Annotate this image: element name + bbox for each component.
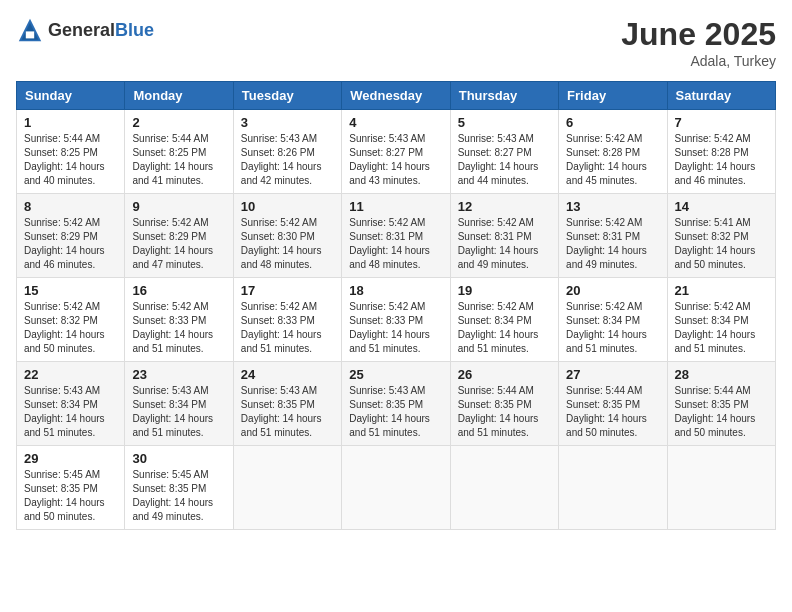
- sunset-label: Sunset: 8:34 PM: [458, 315, 532, 326]
- calendar-week-row: 1Sunrise: 5:44 AMSunset: 8:25 PMDaylight…: [17, 110, 776, 194]
- daylight-label: Daylight: 14 hours and 50 minutes.: [675, 245, 756, 270]
- cell-info: Sunrise: 5:42 AMSunset: 8:33 PMDaylight:…: [132, 300, 225, 356]
- table-row: 14Sunrise: 5:41 AMSunset: 8:32 PMDayligh…: [667, 194, 775, 278]
- sunrise-label: Sunrise: 5:43 AM: [458, 133, 534, 144]
- table-row: 24Sunrise: 5:43 AMSunset: 8:35 PMDayligh…: [233, 362, 341, 446]
- generalblue-logo-icon: [16, 16, 44, 44]
- sunset-label: Sunset: 8:35 PM: [24, 483, 98, 494]
- table-row: 27Sunrise: 5:44 AMSunset: 8:35 PMDayligh…: [559, 362, 667, 446]
- cell-info: Sunrise: 5:43 AMSunset: 8:27 PMDaylight:…: [458, 132, 551, 188]
- cell-info: Sunrise: 5:43 AMSunset: 8:27 PMDaylight:…: [349, 132, 442, 188]
- sunrise-label: Sunrise: 5:43 AM: [349, 385, 425, 396]
- sunset-label: Sunset: 8:34 PM: [566, 315, 640, 326]
- table-row: 5Sunrise: 5:43 AMSunset: 8:27 PMDaylight…: [450, 110, 558, 194]
- sunrise-label: Sunrise: 5:43 AM: [241, 133, 317, 144]
- sunrise-label: Sunrise: 5:42 AM: [132, 301, 208, 312]
- cell-info: Sunrise: 5:42 AMSunset: 8:34 PMDaylight:…: [566, 300, 659, 356]
- table-row: 1Sunrise: 5:44 AMSunset: 8:25 PMDaylight…: [17, 110, 125, 194]
- day-number: 3: [241, 115, 334, 130]
- day-number: 30: [132, 451, 225, 466]
- sunrise-label: Sunrise: 5:42 AM: [24, 217, 100, 228]
- sunset-label: Sunset: 8:35 PM: [458, 399, 532, 410]
- daylight-label: Daylight: 14 hours and 51 minutes.: [458, 329, 539, 354]
- day-number: 19: [458, 283, 551, 298]
- calendar-week-row: 8Sunrise: 5:42 AMSunset: 8:29 PMDaylight…: [17, 194, 776, 278]
- cell-info: Sunrise: 5:42 AMSunset: 8:33 PMDaylight:…: [349, 300, 442, 356]
- table-row: 26Sunrise: 5:44 AMSunset: 8:35 PMDayligh…: [450, 362, 558, 446]
- logo-general: General: [48, 20, 115, 40]
- cell-info: Sunrise: 5:44 AMSunset: 8:35 PMDaylight:…: [458, 384, 551, 440]
- day-number: 14: [675, 199, 768, 214]
- day-number: 23: [132, 367, 225, 382]
- sunset-label: Sunset: 8:33 PM: [241, 315, 315, 326]
- sunset-label: Sunset: 8:35 PM: [349, 399, 423, 410]
- calendar-week-row: 29Sunrise: 5:45 AMSunset: 8:35 PMDayligh…: [17, 446, 776, 530]
- sunset-label: Sunset: 8:32 PM: [24, 315, 98, 326]
- cell-info: Sunrise: 5:43 AMSunset: 8:35 PMDaylight:…: [241, 384, 334, 440]
- sunrise-label: Sunrise: 5:42 AM: [675, 133, 751, 144]
- sunset-label: Sunset: 8:33 PM: [132, 315, 206, 326]
- sunset-label: Sunset: 8:28 PM: [566, 147, 640, 158]
- daylight-label: Daylight: 14 hours and 51 minutes.: [349, 329, 430, 354]
- col-wednesday: Wednesday: [342, 82, 450, 110]
- cell-info: Sunrise: 5:42 AMSunset: 8:28 PMDaylight:…: [566, 132, 659, 188]
- day-number: 20: [566, 283, 659, 298]
- table-row: 21Sunrise: 5:42 AMSunset: 8:34 PMDayligh…: [667, 278, 775, 362]
- daylight-label: Daylight: 14 hours and 51 minutes.: [241, 413, 322, 438]
- daylight-label: Daylight: 14 hours and 42 minutes.: [241, 161, 322, 186]
- daylight-label: Daylight: 14 hours and 47 minutes.: [132, 245, 213, 270]
- sunrise-label: Sunrise: 5:42 AM: [566, 301, 642, 312]
- table-row: 4Sunrise: 5:43 AMSunset: 8:27 PMDaylight…: [342, 110, 450, 194]
- table-row: 11Sunrise: 5:42 AMSunset: 8:31 PMDayligh…: [342, 194, 450, 278]
- table-row: 16Sunrise: 5:42 AMSunset: 8:33 PMDayligh…: [125, 278, 233, 362]
- table-row: 13Sunrise: 5:42 AMSunset: 8:31 PMDayligh…: [559, 194, 667, 278]
- sunrise-label: Sunrise: 5:44 AM: [132, 133, 208, 144]
- daylight-label: Daylight: 14 hours and 50 minutes.: [24, 329, 105, 354]
- month-year-title: June 2025: [621, 16, 776, 53]
- cell-info: Sunrise: 5:42 AMSunset: 8:33 PMDaylight:…: [241, 300, 334, 356]
- sunset-label: Sunset: 8:27 PM: [349, 147, 423, 158]
- table-row: 8Sunrise: 5:42 AMSunset: 8:29 PMDaylight…: [17, 194, 125, 278]
- sunset-label: Sunset: 8:34 PM: [675, 315, 749, 326]
- day-number: 16: [132, 283, 225, 298]
- sunset-label: Sunset: 8:29 PM: [132, 231, 206, 242]
- sunset-label: Sunset: 8:35 PM: [132, 483, 206, 494]
- table-row: 3Sunrise: 5:43 AMSunset: 8:26 PMDaylight…: [233, 110, 341, 194]
- calendar-table: Sunday Monday Tuesday Wednesday Thursday…: [16, 81, 776, 530]
- cell-info: Sunrise: 5:41 AMSunset: 8:32 PMDaylight:…: [675, 216, 768, 272]
- day-number: 22: [24, 367, 117, 382]
- cell-info: Sunrise: 5:44 AMSunset: 8:35 PMDaylight:…: [566, 384, 659, 440]
- table-row: 22Sunrise: 5:43 AMSunset: 8:34 PMDayligh…: [17, 362, 125, 446]
- cell-info: Sunrise: 5:45 AMSunset: 8:35 PMDaylight:…: [132, 468, 225, 524]
- day-number: 28: [675, 367, 768, 382]
- table-row: [559, 446, 667, 530]
- col-thursday: Thursday: [450, 82, 558, 110]
- sunrise-label: Sunrise: 5:42 AM: [349, 217, 425, 228]
- sunrise-label: Sunrise: 5:42 AM: [349, 301, 425, 312]
- title-block: June 2025 Adala, Turkey: [621, 16, 776, 69]
- table-row: 25Sunrise: 5:43 AMSunset: 8:35 PMDayligh…: [342, 362, 450, 446]
- location-subtitle: Adala, Turkey: [621, 53, 776, 69]
- cell-info: Sunrise: 5:42 AMSunset: 8:31 PMDaylight:…: [349, 216, 442, 272]
- daylight-label: Daylight: 14 hours and 49 minutes.: [458, 245, 539, 270]
- table-row: 2Sunrise: 5:44 AMSunset: 8:25 PMDaylight…: [125, 110, 233, 194]
- daylight-label: Daylight: 14 hours and 51 minutes.: [458, 413, 539, 438]
- logo-blue: Blue: [115, 20, 154, 40]
- daylight-label: Daylight: 14 hours and 50 minutes.: [24, 497, 105, 522]
- day-number: 29: [24, 451, 117, 466]
- sunset-label: Sunset: 8:26 PM: [241, 147, 315, 158]
- day-number: 9: [132, 199, 225, 214]
- daylight-label: Daylight: 14 hours and 43 minutes.: [349, 161, 430, 186]
- svg-rect-2: [26, 31, 34, 38]
- day-number: 5: [458, 115, 551, 130]
- daylight-label: Daylight: 14 hours and 51 minutes.: [241, 329, 322, 354]
- table-row: 30Sunrise: 5:45 AMSunset: 8:35 PMDayligh…: [125, 446, 233, 530]
- sunrise-label: Sunrise: 5:42 AM: [132, 217, 208, 228]
- sunrise-label: Sunrise: 5:44 AM: [675, 385, 751, 396]
- sunset-label: Sunset: 8:31 PM: [349, 231, 423, 242]
- sunrise-label: Sunrise: 5:44 AM: [458, 385, 534, 396]
- day-number: 4: [349, 115, 442, 130]
- day-number: 24: [241, 367, 334, 382]
- cell-info: Sunrise: 5:44 AMSunset: 8:25 PMDaylight:…: [132, 132, 225, 188]
- daylight-label: Daylight: 14 hours and 44 minutes.: [458, 161, 539, 186]
